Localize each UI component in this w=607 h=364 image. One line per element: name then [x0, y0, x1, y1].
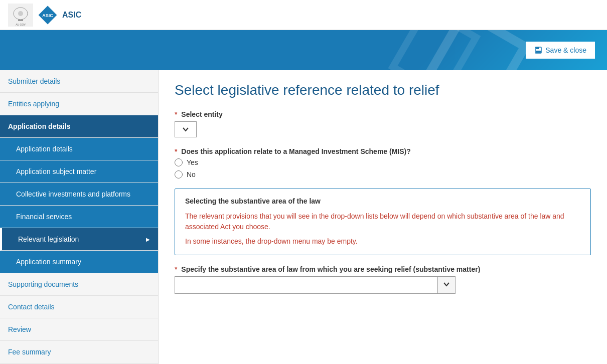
- substantive-area-group: * Specify the substantive area of law fr…: [175, 265, 591, 294]
- mis-question-label: * Does this application relate to a Mana…: [175, 147, 591, 155]
- sidebar-item-financial-services[interactable]: Financial services: [0, 206, 158, 228]
- page-banner: Save & close: [0, 30, 607, 70]
- radio-no-input[interactable]: [175, 170, 183, 178]
- sidebar-item-application-details-sub[interactable]: Application details: [0, 138, 158, 160]
- save-close-button[interactable]: Save & close: [526, 42, 595, 59]
- sidebar-item-contact-details[interactable]: Contact details: [0, 296, 158, 318]
- info-box-text-1: The relevant provisions that you will se…: [185, 211, 580, 232]
- coat-of-arms-logo: AU GOV: [8, 4, 33, 27]
- svg-point-2: [18, 11, 23, 16]
- sidebar-item-application-subject-matter[interactable]: Application subject matter: [0, 160, 158, 183]
- required-star-mis: *: [175, 147, 177, 155]
- svg-rect-9: [536, 51, 541, 53]
- radio-yes-input[interactable]: [175, 158, 183, 166]
- svg-text:ASIC: ASIC: [42, 13, 53, 18]
- save-icon: [534, 46, 542, 54]
- logo-area: AU GOV ASIC ASIC: [8, 4, 81, 27]
- select-entity-group: * Select entity: [175, 110, 591, 137]
- svg-rect-8: [536, 47, 539, 49]
- substantive-area-label: * Specify the substantive area of law fr…: [175, 265, 591, 273]
- sidebar-item-application-summary[interactable]: Application summary: [0, 251, 158, 273]
- mis-question-group: * Does this application relate to a Mana…: [175, 147, 591, 178]
- sidebar-item-entities-applying[interactable]: Entities applying: [0, 93, 158, 115]
- asic-logo: ASIC: [37, 5, 58, 26]
- select-entity-dropdown-button[interactable]: [175, 121, 197, 137]
- radio-no-label[interactable]: No: [175, 170, 591, 178]
- chevron-down-icon-substantive: [443, 281, 450, 288]
- info-box-title: Selecting the substantive area of the la…: [185, 197, 580, 205]
- mis-radio-group: Yes No: [175, 158, 591, 178]
- required-star-entity: *: [175, 110, 177, 118]
- radio-yes-label[interactable]: Yes: [175, 158, 591, 166]
- required-star-substantive: *: [175, 265, 177, 273]
- substantive-dropdown-wrapper: [175, 276, 456, 294]
- sidebar-item-application-details-parent[interactable]: Application details: [0, 115, 158, 138]
- info-box: Selecting the substantive area of the la…: [175, 189, 591, 255]
- asic-text-label: ASIC: [62, 11, 81, 20]
- sidebar-item-supporting-documents[interactable]: Supporting documents: [0, 273, 158, 296]
- page-header: AU GOV ASIC ASIC: [0, 0, 607, 30]
- sidebar-item-review[interactable]: Review: [0, 318, 158, 341]
- sidebar-item-submitter-details[interactable]: Submitter details: [0, 70, 158, 93]
- svg-rect-3: [18, 20, 23, 21]
- select-entity-label: * Select entity: [175, 110, 591, 118]
- info-box-text-2: In some instances, the drop-down menu ma…: [185, 236, 580, 247]
- svg-text:AU GOV: AU GOV: [16, 23, 26, 26]
- page-title: Select legislative reference related to …: [175, 82, 591, 98]
- sidebar-item-relevant-legislation[interactable]: Relevant legislation: [0, 228, 158, 251]
- main-content: Select legislative reference related to …: [159, 70, 607, 364]
- chevron-down-icon: [182, 126, 189, 133]
- sidebar-item-collective-investments[interactable]: Collective investments and platforms: [0, 183, 158, 206]
- substantive-dropdown-arrow[interactable]: [437, 277, 455, 293]
- substantive-dropdown-select[interactable]: [175, 277, 437, 293]
- sidebar-nav: Submitter details Entities applying Appl…: [0, 70, 159, 364]
- sidebar-item-fee-summary[interactable]: Fee summary: [0, 341, 158, 363]
- page-layout: Submitter details Entities applying Appl…: [0, 70, 607, 364]
- select-entity-dropdown-wrapper: [175, 121, 197, 137]
